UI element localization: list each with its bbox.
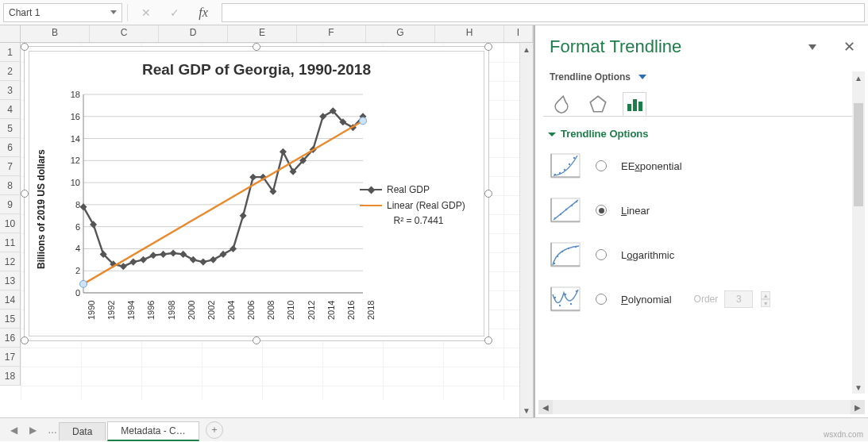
cells-canvas[interactable]: Real GDP of Georgia, 1990-2018 Billions … <box>21 43 533 400</box>
svg-point-79 <box>570 303 572 305</box>
tab-trendline-options[interactable] <box>623 92 646 116</box>
col-header[interactable]: G <box>366 25 435 42</box>
row-header[interactable]: 4 <box>0 100 21 119</box>
row-header[interactable]: 11 <box>0 233 21 252</box>
pane-horizontal-scrollbar[interactable]: ◀ ▶ <box>538 400 865 414</box>
radio-exponential[interactable] <box>596 160 607 171</box>
y-tick-label: 2 <box>75 266 83 275</box>
tab-effects[interactable] <box>586 92 610 116</box>
row-header[interactable]: 12 <box>0 252 21 271</box>
resize-handle[interactable] <box>253 43 260 51</box>
row-header[interactable]: 9 <box>0 195 21 214</box>
task-pane-menu-icon[interactable] <box>808 44 816 50</box>
embedded-chart[interactable]: Real GDP of Georgia, 1990-2018 Billions … <box>24 46 489 341</box>
option-logarithmic[interactable]: Logarithmic <box>550 241 854 268</box>
svg-marker-44 <box>590 96 606 112</box>
row-header[interactable]: 2 <box>0 62 21 81</box>
task-pane-subheading[interactable]: Trendline Options <box>535 63 868 87</box>
task-pane-title: Format Trendline <box>550 37 681 57</box>
option-label: Logarithmic <box>621 249 674 261</box>
row-header[interactable]: 14 <box>0 290 21 309</box>
tab-fill-line[interactable] <box>550 92 573 116</box>
x-tick-label: 2004 <box>226 301 236 320</box>
scroll-up-icon[interactable]: ▲ <box>520 43 533 56</box>
radio-linear[interactable] <box>596 205 607 216</box>
exponential-icon <box>550 152 581 179</box>
x-tick-label: 2000 <box>187 301 196 320</box>
row-header[interactable]: 8 <box>0 176 21 195</box>
col-header[interactable]: I <box>504 25 533 42</box>
scroll-down-icon[interactable]: ▼ <box>520 404 533 417</box>
row-header[interactable]: 17 <box>0 348 21 367</box>
formula-cancel-button: ✕ <box>133 3 160 22</box>
formula-input[interactable] <box>222 3 865 22</box>
tab-overflow-icon[interactable]: … <box>48 425 57 436</box>
resize-handle[interactable] <box>484 336 492 344</box>
order-spinner: 3 <box>724 290 753 308</box>
select-all-corner[interactable] <box>0 25 21 42</box>
scroll-up-icon[interactable]: ▲ <box>852 71 865 84</box>
option-linear[interactable]: Linear <box>550 197 854 224</box>
y-tick-label: 14 <box>71 134 83 144</box>
col-header[interactable]: B <box>21 25 90 42</box>
row-header[interactable]: 16 <box>0 329 21 348</box>
scroll-down-icon[interactable]: ▼ <box>852 381 865 394</box>
row-header[interactable]: 6 <box>0 138 21 157</box>
chart-legend[interactable]: Real GDP Linear (Real GDP) R² = 0.7441 <box>360 182 477 226</box>
sheet-tab-data[interactable]: Data <box>59 422 106 440</box>
row-header[interactable]: 13 <box>0 271 21 290</box>
option-polynomial[interactable]: Polynomial Order 3 ▲▼ <box>550 286 854 313</box>
legend-label-trendline: Linear (Real GDP) <box>387 200 465 211</box>
option-exponential[interactable]: EExponentialExponential <box>550 152 854 179</box>
name-box-value: Chart 1 <box>9 7 40 18</box>
worksheet-grid[interactable]: B C D E F G H I 1 2 3 4 5 6 7 8 9 10 11 … <box>0 25 534 417</box>
add-sheet-button[interactable]: ＋ <box>206 421 223 439</box>
pane-vertical-scrollbar[interactable]: ▲ ▼ <box>852 71 865 394</box>
row-header[interactable]: 5 <box>0 119 21 138</box>
svg-rect-25 <box>210 256 217 263</box>
chevron-down-icon[interactable] <box>110 10 117 14</box>
row-header[interactable]: 18 <box>0 367 21 386</box>
row-header[interactable]: 1 <box>0 43 21 62</box>
close-icon[interactable]: ✕ <box>843 38 855 56</box>
tab-nav-prev[interactable]: ◀ <box>5 421 22 439</box>
tab-nav-next[interactable]: ▶ <box>24 421 41 439</box>
col-header[interactable]: D <box>159 25 228 42</box>
row-header[interactable]: 10 <box>0 214 21 233</box>
x-tick-label: 1992 <box>106 301 116 320</box>
chart-title[interactable]: Real GDP of Georgia, 1990-2018 <box>25 61 488 79</box>
plot-area[interactable]: 1990199219941996199820002002200420062008… <box>83 94 363 293</box>
row-headers: 1 2 3 4 5 6 7 8 9 10 11 12 13 14 15 16 1… <box>0 43 21 400</box>
col-header[interactable]: C <box>90 25 159 42</box>
y-axis-label[interactable]: Billions of 2019 US dollars <box>36 149 47 269</box>
col-header[interactable]: F <box>297 25 366 42</box>
y-tick-label: 0 <box>75 288 83 298</box>
name-box[interactable]: Chart 1 <box>3 3 122 22</box>
resize-handle[interactable] <box>21 190 29 198</box>
legend-marker-series <box>360 189 382 190</box>
radio-logarithmic[interactable] <box>596 249 607 260</box>
linear-icon <box>550 197 581 224</box>
radio-polynomial[interactable] <box>596 294 607 305</box>
insert-function-button[interactable]: fx <box>190 3 217 22</box>
resize-handle[interactable] <box>253 336 260 344</box>
row-header[interactable]: 15 <box>0 309 21 329</box>
resize-handle[interactable] <box>484 190 492 198</box>
resize-handle[interactable] <box>21 336 29 344</box>
sheet-tab-metadata[interactable]: Metadata - C… <box>107 421 199 441</box>
row-header[interactable]: 3 <box>0 81 21 100</box>
x-tick-label: 2006 <box>246 301 256 320</box>
scroll-right-icon[interactable]: ▶ <box>851 400 865 414</box>
resize-handle[interactable] <box>21 43 29 51</box>
svg-line-64 <box>554 200 578 220</box>
row-header[interactable]: 7 <box>0 157 21 176</box>
x-tick-label: 1990 <box>87 301 96 320</box>
sheet-vertical-scrollbar[interactable]: ▲ ▼ <box>519 43 533 417</box>
scroll-left-icon[interactable]: ◀ <box>538 400 553 414</box>
resize-handle[interactable] <box>484 43 492 51</box>
option-label: Polynomial <box>621 294 672 306</box>
trendline-options-heading[interactable]: Trendline Options <box>535 117 868 144</box>
col-header[interactable]: H <box>435 25 504 42</box>
scrollbar-thumb[interactable] <box>854 103 863 206</box>
col-header[interactable]: E <box>228 25 297 42</box>
